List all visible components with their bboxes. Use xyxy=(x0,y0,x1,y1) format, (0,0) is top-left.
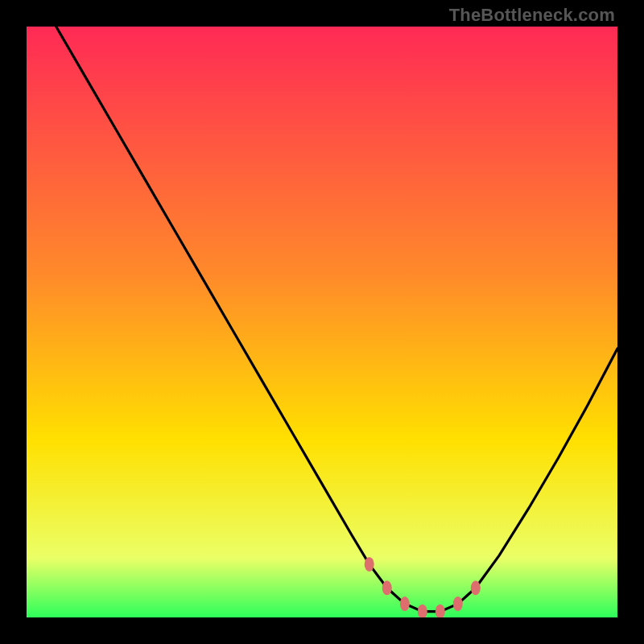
valley-marker xyxy=(400,597,410,611)
watermark-text: TheBottleneck.com xyxy=(449,5,615,26)
gradient-background xyxy=(27,27,617,617)
plot-area xyxy=(27,27,617,617)
chart-frame: TheBottleneck.com xyxy=(0,0,644,644)
valley-marker xyxy=(365,557,374,572)
valley-marker xyxy=(453,597,463,611)
bottleneck-chart xyxy=(27,27,617,617)
valley-marker xyxy=(471,580,481,595)
valley-marker xyxy=(382,580,392,595)
